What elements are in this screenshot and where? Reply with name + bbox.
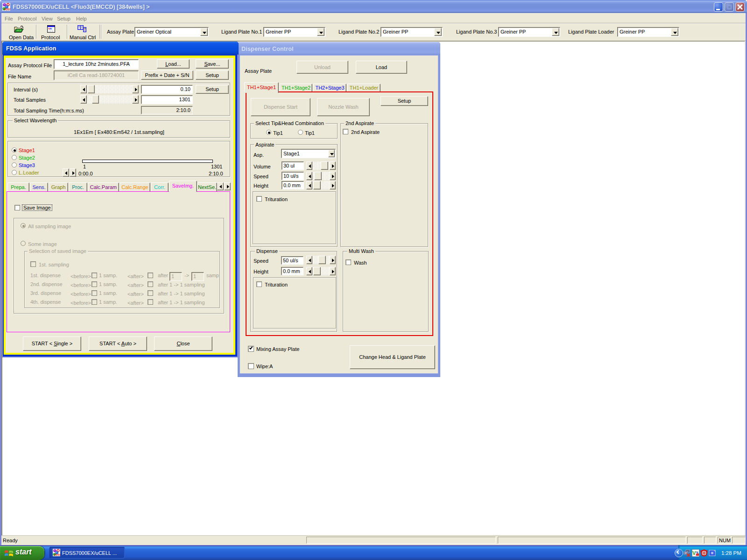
svg-text:FDSS: FDSS <box>54 553 60 556</box>
svg-text:FDSS: FDSS <box>4 8 10 11</box>
